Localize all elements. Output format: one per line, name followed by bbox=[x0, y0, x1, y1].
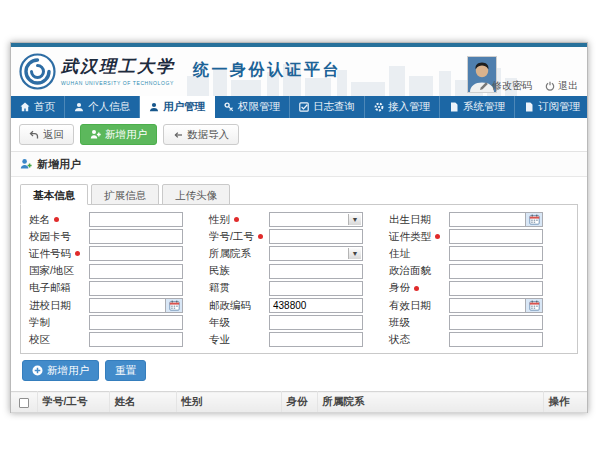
nav-item-system-management[interactable]: 系统管理 bbox=[440, 96, 515, 118]
file-icon bbox=[524, 102, 534, 112]
valid-date-input[interactable] bbox=[449, 298, 526, 313]
university-name-block: 武汉理工大学 WUHAN UNIVERSITY OF TECHNOLOGY bbox=[61, 55, 175, 86]
address-input[interactable] bbox=[449, 246, 543, 261]
submit-add-user-button[interactable]: 新增用户 bbox=[22, 360, 99, 381]
major-input[interactable] bbox=[269, 332, 363, 347]
ethnicity-input[interactable] bbox=[269, 264, 363, 279]
nav-item-home[interactable]: 首页 bbox=[11, 96, 65, 118]
required-marker bbox=[414, 286, 419, 291]
main-nav: 首页个人信息用户管理权限管理日志查询接入管理系统管理订阅管理 bbox=[11, 96, 587, 118]
university-name-en: WUHAN UNIVERSITY OF TECHNOLOGY bbox=[61, 80, 175, 86]
required-marker bbox=[54, 217, 59, 222]
class-input[interactable] bbox=[449, 315, 543, 330]
home-icon bbox=[20, 102, 30, 112]
education-length-input[interactable] bbox=[89, 315, 183, 330]
add-user-section-icon bbox=[20, 158, 32, 170]
birth-date-label: 出生日期 bbox=[389, 213, 449, 227]
email-field-row: 电子邮箱 bbox=[29, 280, 209, 297]
birth-date-input[interactable] bbox=[449, 212, 526, 227]
grade-input[interactable] bbox=[269, 315, 363, 330]
table-header-3: 性别 bbox=[176, 392, 281, 413]
reset-button-label: 重置 bbox=[115, 364, 136, 378]
political-status-label: 政治面貌 bbox=[389, 264, 449, 278]
country-region-label: 国家/地区 bbox=[29, 264, 89, 278]
entry-date-input[interactable] bbox=[89, 298, 166, 313]
nav-item-subscription-management[interactable]: 订阅管理 bbox=[515, 96, 590, 118]
logout-label: 退出 bbox=[558, 79, 578, 93]
change-password-label: 修改密码 bbox=[492, 79, 532, 93]
department-select[interactable]: ▼ bbox=[269, 246, 363, 261]
circle-plus-icon bbox=[32, 365, 43, 376]
form-column-2: 性别▼学号/工号所属院系▼民族籍贯邮政编码年级专业 bbox=[209, 211, 389, 347]
user-table-header-row: 学号/工号姓名性别身份所属院系操作 bbox=[11, 392, 587, 413]
major-label: 专业 bbox=[209, 333, 269, 347]
tabs: 基本信息扩展信息上传头像 bbox=[20, 184, 578, 205]
data-import-button[interactable]: 数据导入 bbox=[163, 124, 239, 145]
calendar-icon[interactable] bbox=[166, 298, 183, 313]
country-region-input[interactable] bbox=[89, 264, 183, 279]
change-password-link[interactable]: 修改密码 bbox=[479, 79, 532, 93]
calendar-icon[interactable] bbox=[526, 212, 543, 227]
select-all-checkbox[interactable] bbox=[19, 398, 29, 408]
tab-basic-info[interactable]: 基本信息 bbox=[20, 184, 88, 205]
postal-code-input[interactable] bbox=[269, 298, 363, 313]
required-marker bbox=[258, 234, 263, 239]
class-field-row: 班级 bbox=[389, 314, 569, 331]
add-user-button[interactable]: 新增用户 bbox=[80, 124, 157, 145]
submit-add-user-label: 新增用户 bbox=[47, 364, 89, 378]
nav-item-permission-management[interactable]: 权限管理 bbox=[215, 96, 290, 118]
native-place-input[interactable] bbox=[269, 281, 363, 296]
nav-item-user-management[interactable]: 用户管理 bbox=[140, 96, 215, 118]
gender-select[interactable]: ▼ bbox=[269, 212, 363, 227]
entry-date-field-row: 进校日期 bbox=[29, 297, 209, 314]
nav-item-label: 个人信息 bbox=[88, 100, 130, 114]
name-input[interactable] bbox=[89, 212, 183, 227]
postal-code-field-row: 邮政编码 bbox=[209, 297, 389, 314]
ethnicity-field-row: 民族 bbox=[209, 263, 389, 280]
email-input[interactable] bbox=[89, 281, 183, 296]
political-status-input[interactable] bbox=[449, 264, 543, 279]
user-table: 学号/工号姓名性别身份所属院系操作 bbox=[11, 391, 587, 422]
status-label: 状态 bbox=[389, 333, 449, 347]
valid-date-field-row: 有效日期 bbox=[389, 297, 569, 314]
tab-upload-avatar[interactable]: 上传头像 bbox=[162, 184, 230, 205]
native-place-label: 籍贯 bbox=[209, 281, 269, 295]
nav-item-access-management[interactable]: 接入管理 bbox=[365, 96, 440, 118]
tab-extended-info[interactable]: 扩展信息 bbox=[91, 184, 159, 205]
header: 武汉理工大学 WUHAN UNIVERSITY OF TECHNOLOGY 统一… bbox=[11, 47, 587, 96]
name-label: 姓名 bbox=[29, 213, 89, 227]
campus-input[interactable] bbox=[89, 332, 183, 347]
status-input[interactable] bbox=[449, 332, 543, 347]
postal-code-label: 邮政编码 bbox=[209, 299, 269, 313]
university-name-cn: 武汉理工大学 bbox=[61, 55, 175, 78]
gear-icon bbox=[374, 102, 384, 112]
entry-date-label: 进校日期 bbox=[29, 299, 89, 313]
logout-link[interactable]: 退出 bbox=[545, 79, 578, 93]
address-field-row: 住址 bbox=[389, 245, 569, 262]
nav-item-label: 权限管理 bbox=[238, 100, 280, 114]
section-title: 新增用户 bbox=[37, 157, 81, 172]
status-field-row: 状态 bbox=[389, 331, 569, 348]
student-no-input[interactable] bbox=[269, 229, 363, 244]
major-field-row: 专业 bbox=[209, 331, 389, 348]
name-field-row: 姓名 bbox=[29, 211, 209, 228]
user-icon bbox=[74, 102, 84, 112]
calendar-icon[interactable] bbox=[526, 298, 543, 313]
id-type-input[interactable] bbox=[449, 229, 543, 244]
reset-button[interactable]: 重置 bbox=[105, 360, 146, 381]
form-column-3: 出生日期证件类型住址政治面貌身份有效日期班级状态 bbox=[389, 211, 569, 347]
nav-item-personal-info[interactable]: 个人信息 bbox=[65, 96, 140, 118]
add-user-button-label: 新增用户 bbox=[105, 128, 147, 142]
id-number-input[interactable] bbox=[89, 246, 183, 261]
campus-card-no-input[interactable] bbox=[89, 229, 183, 244]
back-button[interactable]: 返回 bbox=[19, 124, 74, 145]
address-label: 住址 bbox=[389, 247, 449, 261]
pencil-icon bbox=[479, 81, 489, 91]
back-arrow-icon bbox=[29, 130, 39, 140]
nav-item-label: 首页 bbox=[34, 100, 55, 114]
identity-input[interactable] bbox=[449, 281, 543, 296]
entry-date-date-field bbox=[89, 298, 183, 313]
university-logo bbox=[19, 53, 56, 90]
platform-title: 统一身份认证平台 bbox=[193, 60, 341, 81]
nav-item-log-query[interactable]: 日志查询 bbox=[290, 96, 365, 118]
